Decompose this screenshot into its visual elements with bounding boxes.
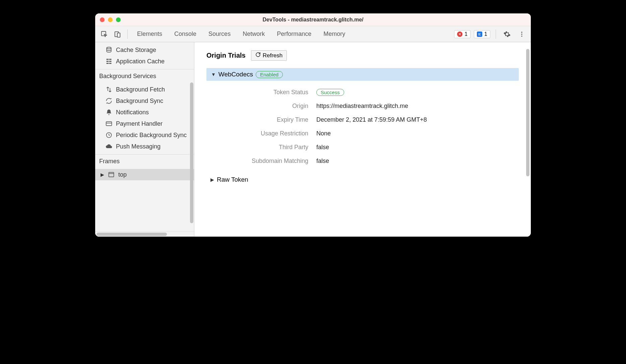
clock-icon <box>105 131 113 139</box>
sidebar: Cache Storage Application Cache Backgrou… <box>95 42 194 237</box>
trial-details-table: Token Status Success Origin https://medi… <box>221 85 519 168</box>
database-icon <box>105 46 113 54</box>
sidebar-item-payment-handler[interactable]: Payment Handler <box>95 118 194 129</box>
svg-rect-10 <box>109 61 112 62</box>
sidebar-item-notifications[interactable]: Notifications <box>95 107 194 118</box>
trial-name: WebCodecs <box>218 71 253 78</box>
sidebar-item-background-sync[interactable]: Background Sync <box>95 95 194 107</box>
field-value: false <box>316 144 329 151</box>
raw-token-toggle[interactable]: ▶ Raw Token <box>210 176 519 183</box>
row-third-party: Third Party false <box>221 140 519 154</box>
tab-sources[interactable]: Sources <box>208 31 231 38</box>
row-origin: Origin https://mediastreamtrack.glitch.m… <box>221 99 519 113</box>
trial-webcodecs-row[interactable]: ▼ WebCodecs Enabled <box>206 68 519 81</box>
trial-status-pill: Enabled <box>256 71 283 78</box>
sidebar-horizontal-scrollbar-track[interactable] <box>95 231 194 237</box>
field-value: None <box>316 130 331 137</box>
svg-rect-9 <box>107 61 109 62</box>
tab-memory[interactable]: Memory <box>323 31 345 38</box>
sidebar-item-label: Push Messaging <box>116 143 161 150</box>
field-label: Usage Restriction <box>221 130 308 137</box>
sidebar-item-push-messaging[interactable]: Push Messaging <box>95 141 194 152</box>
issues-count: 1 <box>484 31 487 37</box>
errors-badge[interactable]: ✕ 1 <box>454 30 471 38</box>
sidebar-header-background-services: Background Services <box>95 69 194 82</box>
expand-icon[interactable]: ▶ <box>210 177 214 182</box>
refresh-button[interactable]: Refresh <box>251 50 287 61</box>
field-label: Token Status <box>221 89 308 96</box>
tab-elements[interactable]: Elements <box>137 31 162 38</box>
field-value: December 2, 2021 at 7:59:59 AM GMT+8 <box>316 116 427 123</box>
titlebar: DevTools - mediastreamtrack.glitch.me/ <box>95 13 531 26</box>
field-value: https://mediastreamtrack.glitch.me <box>316 103 408 110</box>
settings-icon[interactable] <box>501 28 513 40</box>
sidebar-item-label: Application Cache <box>116 58 165 65</box>
sidebar-item-label: Background Fetch <box>116 86 165 93</box>
field-value: false <box>316 158 329 165</box>
main-vertical-scrollbar[interactable] <box>526 49 529 176</box>
tab-performance[interactable]: Performance <box>277 31 311 38</box>
sync-icon <box>105 97 113 105</box>
svg-rect-0 <box>102 31 106 36</box>
svg-rect-7 <box>107 59 109 60</box>
svg-point-4 <box>521 34 522 35</box>
issue-icon <box>477 32 482 37</box>
sidebar-item-label: Notifications <box>116 109 149 116</box>
field-label: Origin <box>221 103 308 110</box>
sidebar-item-application-cache[interactable]: Application Cache <box>95 56 194 67</box>
main-toolbar: Elements Console Sources Network Perform… <box>95 26 531 42</box>
refresh-icon <box>255 52 261 59</box>
row-token-status: Token Status Success <box>221 85 519 99</box>
device-toolbar-icon[interactable] <box>112 28 123 40</box>
row-expiry-time: Expiry Time December 2, 2021 at 7:59:59 … <box>221 113 519 127</box>
minimize-window-button[interactable] <box>108 17 113 22</box>
fullscreen-window-button[interactable] <box>116 17 121 22</box>
window-controls <box>100 17 121 22</box>
sidebar-item-frame-top[interactable]: ▶ top <box>95 169 194 180</box>
field-label: Expiry Time <box>221 116 308 123</box>
more-options-icon[interactable] <box>516 28 527 40</box>
sidebar-item-label: Cache Storage <box>116 47 156 54</box>
svg-rect-8 <box>109 59 112 60</box>
frame-icon <box>108 171 115 178</box>
sidebar-vertical-scrollbar[interactable] <box>190 82 193 223</box>
expand-icon[interactable]: ▶ <box>101 172 104 177</box>
tab-console[interactable]: Console <box>174 31 196 38</box>
sidebar-item-label: top <box>118 171 127 178</box>
row-usage-restriction: Usage Restriction None <box>221 127 519 140</box>
origin-trials-heading: Origin Trials <box>206 52 246 59</box>
collapse-icon[interactable]: ▼ <box>211 72 216 77</box>
updown-icon <box>105 86 113 93</box>
card-icon <box>105 120 113 127</box>
devtools-window: DevTools - mediastreamtrack.glitch.me/ E… <box>95 13 531 237</box>
inspect-element-icon[interactable] <box>99 28 110 40</box>
sidebar-item-periodic-background-sync[interactable]: Periodic Background Sync <box>95 129 194 141</box>
main-panel: Origin Trials Refresh ▼ WebCodecs Enable… <box>194 42 531 237</box>
close-window-button[interactable] <box>100 17 105 22</box>
svg-point-3 <box>521 32 522 33</box>
svg-rect-2 <box>117 33 120 37</box>
row-subdomain-matching: Subdomain Matching false <box>221 154 519 168</box>
issues-badge[interactable]: 1 <box>474 30 490 38</box>
separator <box>127 29 128 39</box>
sidebar-horizontal-scrollbar-thumb[interactable] <box>97 233 167 236</box>
content-area: Cache Storage Application Cache Backgrou… <box>95 42 531 237</box>
sidebar-item-label: Periodic Background Sync <box>116 132 187 139</box>
field-label: Third Party <box>221 144 308 151</box>
refresh-label: Refresh <box>263 52 283 59</box>
tab-network[interactable]: Network <box>243 31 265 38</box>
toolbar-right: ✕ 1 1 <box>454 28 527 40</box>
window-title: DevTools - mediastreamtrack.glitch.me/ <box>95 17 531 23</box>
origin-trials-header: Origin Trials Refresh <box>206 50 519 61</box>
svg-rect-12 <box>109 63 112 64</box>
sidebar-item-label: Payment Handler <box>116 120 163 127</box>
token-status-pill: Success <box>316 89 344 96</box>
svg-rect-13 <box>106 122 112 126</box>
sidebar-header-frames: Frames <box>95 154 194 167</box>
sidebar-item-cache-storage[interactable]: Cache Storage <box>95 44 194 56</box>
error-icon: ✕ <box>457 32 462 37</box>
svg-rect-11 <box>107 63 109 64</box>
sidebar-item-background-fetch[interactable]: Background Fetch <box>95 84 194 95</box>
svg-rect-15 <box>109 172 114 177</box>
grid-icon <box>105 58 113 65</box>
